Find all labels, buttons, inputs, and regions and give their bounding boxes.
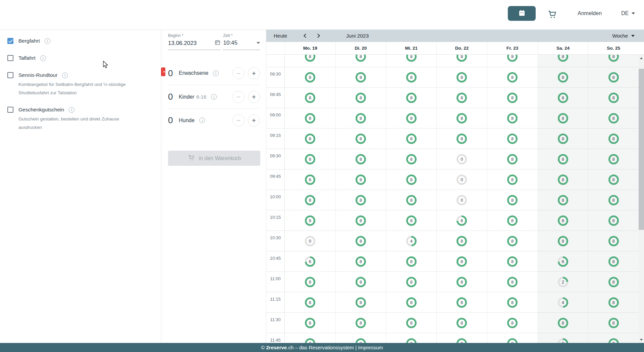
slot-cell[interactable]: 8 <box>335 87 386 108</box>
slot-cell[interactable]: 8 <box>386 108 436 128</box>
slot-cell[interactable]: 8 <box>335 67 386 87</box>
slot-cell[interactable]: 6 <box>538 251 588 271</box>
increment-button[interactable]: + <box>248 67 260 79</box>
slot-cell[interactable]: 8 <box>335 312 386 333</box>
info-icon[interactable]: i <box>45 38 50 44</box>
impressum-link[interactable]: Impressum <box>358 345 383 350</box>
slot-cell[interactable]: 8 <box>436 67 487 87</box>
product-checkbox[interactable] <box>7 107 13 113</box>
slot-cell[interactable]: 8 <box>487 271 538 292</box>
slot-cell[interactable]: 8 <box>588 169 639 190</box>
slot-cell[interactable]: 8 <box>538 55 588 67</box>
scroll-up-arrow[interactable] <box>639 55 644 61</box>
slot-cell[interactable]: 8 <box>386 149 436 169</box>
increment-button[interactable]: + <box>248 91 260 103</box>
slot-cell[interactable]: 8 <box>285 210 335 231</box>
slot-cell[interactable]: 8 <box>588 190 639 210</box>
datepicker-icon[interactable] <box>215 40 220 47</box>
slot-cell[interactable]: 8 <box>436 108 487 128</box>
slot-cell[interactable]: 2 <box>538 271 588 292</box>
view-mode-selector[interactable]: Woche <box>612 33 635 39</box>
slot-cell[interactable]: 8 <box>538 210 588 231</box>
calendar-view-button[interactable] <box>508 6 536 21</box>
slot-cell[interactable]: 8 <box>285 128 335 149</box>
slot-cell[interactable]: 8 <box>386 292 436 312</box>
slot-cell[interactable]: 8 <box>588 333 639 343</box>
language-selector[interactable]: DE <box>621 10 635 16</box>
slot-cell[interactable]: 8 <box>538 190 588 210</box>
slot-cell[interactable]: 8 <box>436 55 487 67</box>
slot-cell[interactable]: 8 <box>285 292 335 312</box>
slot-cell[interactable]: 8 <box>487 87 538 108</box>
slot-cell[interactable]: 8 <box>487 231 538 251</box>
slot-cell[interactable]: 8 <box>538 149 588 169</box>
slot-cell[interactable]: 8 <box>588 210 639 231</box>
slot-cell[interactable]: 8 <box>386 67 436 87</box>
slot-cell[interactable]: 8 <box>538 108 588 128</box>
slot-cell[interactable]: 8 <box>386 190 436 210</box>
info-icon[interactable]: i <box>199 117 205 123</box>
slot-cell[interactable]: 8 <box>487 67 538 87</box>
slot-cell[interactable]: 8 <box>386 251 436 271</box>
slot-cell[interactable]: 8 <box>386 333 436 343</box>
product-checkbox[interactable] <box>7 38 13 44</box>
slot-cell[interactable]: 8 <box>538 87 588 108</box>
slot-cell[interactable]: 8 <box>285 169 335 190</box>
slot-cell[interactable]: 6 <box>538 333 588 343</box>
slot-cell[interactable]: 8 <box>487 251 538 271</box>
slot-cell[interactable]: 8 <box>588 149 639 169</box>
decrement-button[interactable]: − <box>232 67 245 79</box>
login-link[interactable]: Anmelden <box>578 10 602 16</box>
slot-cell[interactable]: 8 <box>285 190 335 210</box>
slot-cell[interactable]: 8 <box>285 149 335 169</box>
decrement-button[interactable]: − <box>232 114 245 127</box>
slot-cell[interactable]: 8 <box>335 169 386 190</box>
slot-cell[interactable]: 6 <box>436 210 487 231</box>
slot-cell[interactable]: 8 <box>335 333 386 343</box>
slot-cell[interactable]: 8 <box>335 55 386 67</box>
next-week-button[interactable] <box>314 32 323 40</box>
slot-cell[interactable]: 8 <box>588 67 639 87</box>
slot-cell[interactable]: 8 <box>487 55 538 67</box>
slot-cell[interactable]: 8 <box>386 312 436 333</box>
slot-cell[interactable]: 8 <box>386 55 436 67</box>
slot-cell[interactable]: 8 <box>436 292 487 312</box>
slot-cell[interactable]: 0 <box>285 231 335 251</box>
add-to-cart-button[interactable]: in den Warenkorb <box>168 151 260 166</box>
info-icon[interactable]: i <box>62 72 68 78</box>
product-checkbox[interactable] <box>7 55 13 61</box>
slot-cell[interactable]: 8 <box>386 87 436 108</box>
slot-cell[interactable]: 8 <box>386 210 436 231</box>
prev-week-button[interactable] <box>301 32 309 40</box>
slot-cell[interactable]: 8 <box>436 251 487 271</box>
slot-cell[interactable]: 8 <box>487 149 538 169</box>
vertical-scrollbar[interactable] <box>639 55 644 343</box>
slot-cell[interactable]: 8 <box>487 108 538 128</box>
slot-cell[interactable]: 8 <box>588 292 639 312</box>
slot-cell[interactable]: 8 <box>538 67 588 87</box>
increment-button[interactable]: + <box>248 114 260 127</box>
slot-cell[interactable]: 8 <box>335 108 386 128</box>
slot-cell[interactable]: 8 <box>487 169 538 190</box>
slot-cell[interactable]: 8 <box>285 312 335 333</box>
info-icon[interactable]: i <box>211 94 217 100</box>
slot-cell[interactable]: 8 <box>436 333 487 343</box>
slot-cell[interactable]: 8 <box>436 87 487 108</box>
slot-cell[interactable]: 8 <box>487 190 538 210</box>
slot-cell[interactable]: 8 <box>588 251 639 271</box>
product-checkbox[interactable] <box>7 72 13 78</box>
info-icon[interactable]: i <box>40 55 46 61</box>
slot-cell[interactable]: 8 <box>285 108 335 128</box>
slot-cell[interactable]: 8 <box>335 210 386 231</box>
slot-cell[interactable]: 8 <box>335 271 386 292</box>
slot-cell[interactable]: 8 <box>538 128 588 149</box>
slot-cell[interactable]: 8 <box>335 128 386 149</box>
scroll-down-arrow[interactable] <box>639 337 644 342</box>
slot-cell[interactable]: 8 <box>285 333 335 343</box>
slot-cell[interactable]: 6 <box>285 251 335 271</box>
slot-cell[interactable]: 8 <box>588 87 639 108</box>
slot-cell[interactable]: 8 <box>487 128 538 149</box>
scrollbar-thumb[interactable] <box>639 69 644 230</box>
slot-cell[interactable]: 8 <box>588 271 639 292</box>
slot-cell[interactable]: 8 <box>285 55 335 67</box>
